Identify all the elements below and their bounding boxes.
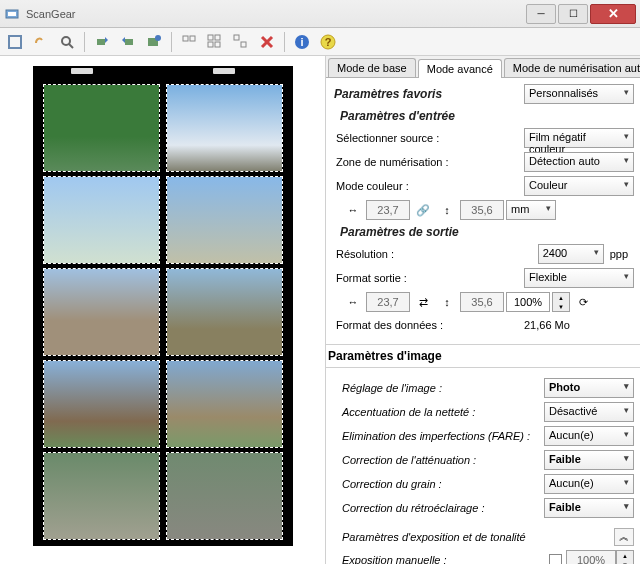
toolbar: i ? (0, 28, 640, 56)
help-icon[interactable]: ? (317, 31, 339, 53)
svg-rect-9 (183, 36, 188, 41)
image-header: Paramètres d'image (326, 344, 640, 368)
input-header: Paramètres d'entrée (332, 106, 634, 126)
atten-select[interactable]: Faible (544, 450, 634, 470)
favorites-select[interactable]: Personnalisés (524, 84, 634, 104)
close-button[interactable]: ✕ (590, 4, 636, 24)
scale-field[interactable] (506, 292, 550, 312)
svg-rect-13 (208, 42, 213, 47)
height-icon: ↕ (438, 201, 456, 219)
fare-label: Elimination des imperfections (FARE) : (332, 430, 544, 442)
back-select[interactable]: Faible (544, 498, 634, 518)
tab-basic[interactable]: Mode de base (328, 58, 416, 77)
adjust-label: Réglage de l'image : (332, 382, 544, 394)
zoom-tool-icon[interactable] (56, 31, 78, 53)
width-icon: ↔ (344, 201, 362, 219)
rotate-right-icon[interactable] (117, 31, 139, 53)
remove-crops-icon[interactable] (230, 31, 252, 53)
sharp-label: Accentuation de la netteté : (332, 406, 544, 418)
tab-advanced[interactable]: Mode avancé (418, 59, 502, 78)
datasize-value: 21,66 Mo (524, 319, 634, 331)
film-frame[interactable] (166, 360, 283, 448)
svg-rect-12 (215, 35, 220, 40)
lock-aspect-icon[interactable]: 🔗 (414, 201, 432, 219)
minimize-button[interactable]: ─ (526, 4, 556, 24)
manual-checkbox[interactable] (549, 554, 562, 565)
film-frame[interactable] (166, 84, 283, 172)
width-icon: ↔ (344, 293, 362, 311)
app-icon (4, 6, 20, 22)
film-frame[interactable] (166, 268, 283, 356)
exptone-expand-button[interactable]: ︽ (614, 528, 634, 546)
film-frame[interactable] (43, 360, 160, 448)
favorites-header: Paramètres favoris (332, 84, 524, 104)
zone-select[interactable]: Détection auto (524, 152, 634, 172)
source-label: Sélectionner source : (332, 132, 524, 144)
film-frame[interactable] (43, 84, 160, 172)
output-header: Paramètres de sortie (332, 222, 634, 242)
titlebar: ScanGear ─ ☐ ✕ (0, 0, 640, 28)
preview-pane (0, 56, 325, 564)
app-title: ScanGear (26, 8, 524, 20)
svg-rect-15 (234, 35, 239, 40)
color-label: Mode couleur : (332, 180, 524, 192)
resolution-label: Résolution : (332, 248, 538, 260)
resolution-select[interactable]: 2400 (538, 244, 604, 264)
film-frame[interactable] (166, 452, 283, 540)
all-crops-icon[interactable] (204, 31, 226, 53)
delete-crop-icon[interactable] (256, 31, 278, 53)
source-select[interactable]: Film négatif couleur (524, 128, 634, 148)
film-frame[interactable] (166, 176, 283, 264)
scale-spinner[interactable]: ▲▼ (552, 292, 570, 312)
svg-text:i: i (300, 36, 303, 48)
manual-spinner: ▲▼ (616, 550, 634, 564)
maximize-button[interactable]: ☐ (558, 4, 588, 24)
manual-label: Exposition manuelle : (332, 554, 549, 564)
svg-rect-1 (8, 12, 16, 16)
color-select[interactable]: Couleur (524, 176, 634, 196)
datasize-label: Format des données : (332, 319, 524, 331)
input-height-field[interactable] (460, 200, 504, 220)
mode-tabs: Mode de base Mode avancé Mode de numéris… (326, 56, 640, 78)
film-frame[interactable] (43, 268, 160, 356)
move-tool-icon[interactable] (30, 31, 52, 53)
svg-point-3 (62, 37, 70, 45)
svg-rect-6 (125, 39, 133, 45)
film-frame[interactable] (43, 176, 160, 264)
rotate-left-icon[interactable] (91, 31, 113, 53)
svg-rect-16 (241, 42, 246, 47)
info-icon[interactable]: i (291, 31, 313, 53)
back-label: Correction du rétroéclairage : (332, 502, 544, 514)
resolution-unit: ppp (604, 248, 634, 260)
grain-select[interactable]: Aucun(e) (544, 474, 634, 494)
tab-auto[interactable]: Mode de numérisation automatique (504, 58, 640, 77)
output-height-field[interactable] (460, 292, 504, 312)
svg-line-4 (69, 44, 73, 48)
unit-select[interactable]: mm (506, 200, 556, 220)
svg-rect-2 (9, 36, 21, 48)
manual-field (566, 550, 616, 564)
svg-rect-11 (208, 35, 213, 40)
input-width-field[interactable] (366, 200, 410, 220)
film-strip[interactable] (33, 66, 293, 546)
crop-tool-icon[interactable] (4, 31, 26, 53)
zone-label: Zone de numérisation : (332, 156, 524, 168)
svg-text:?: ? (325, 36, 332, 48)
film-frame[interactable] (43, 452, 160, 540)
info-image-icon[interactable] (143, 31, 165, 53)
fare-select[interactable]: Aucun(e) (544, 426, 634, 446)
format-select[interactable]: Flexible (524, 268, 634, 288)
output-width-field[interactable] (366, 292, 410, 312)
sharp-select[interactable]: Désactivé (544, 402, 634, 422)
svg-point-8 (155, 35, 161, 41)
adjust-select[interactable]: Photo (544, 378, 634, 398)
svg-rect-5 (97, 39, 105, 45)
atten-label: Correction de l'atténuation : (332, 454, 544, 466)
height-icon: ↕ (438, 293, 456, 311)
link-icon[interactable]: ⇄ (414, 293, 432, 311)
grain-label: Correction du grain : (332, 478, 544, 490)
reset-scale-icon[interactable]: ⟳ (574, 293, 592, 311)
auto-crop-icon[interactable] (178, 31, 200, 53)
exptone-label: Paramètres d'exposition et de tonalité (332, 531, 614, 543)
svg-rect-10 (190, 36, 195, 41)
